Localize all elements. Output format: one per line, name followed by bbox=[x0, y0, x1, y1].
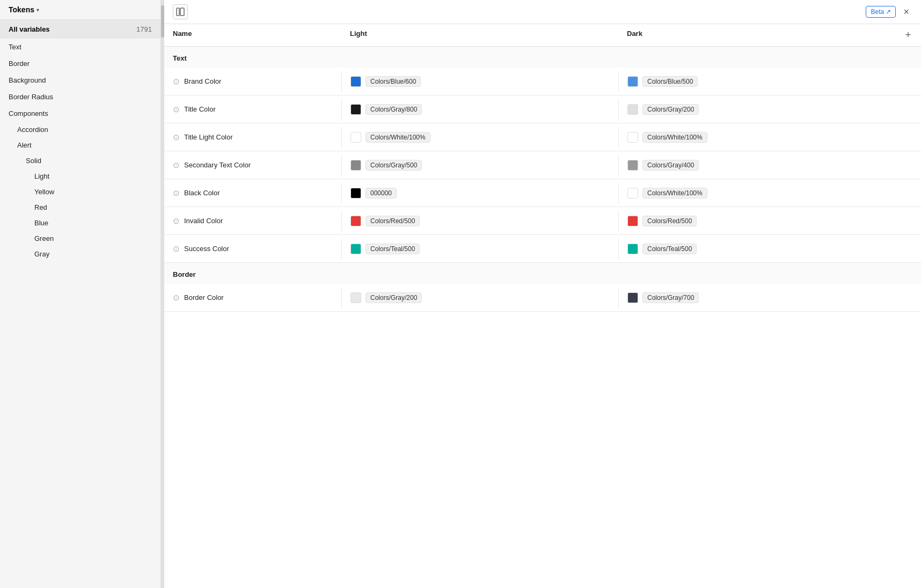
palette-icon: ⊙ bbox=[173, 133, 180, 142]
row-name: Title Light Color bbox=[184, 133, 233, 141]
row-name: Black Color bbox=[184, 189, 220, 197]
dark-value-cell[interactable]: Colors/Gray/700 bbox=[618, 287, 895, 308]
light-color-swatch bbox=[350, 76, 361, 87]
name-cell: ⊙ Secondary Text Color bbox=[164, 155, 341, 175]
main-content: Beta ↗ × Name Light Dark + Text ⊙ Brand … bbox=[164, 0, 921, 588]
light-value-cell[interactable]: Colors/White/100% bbox=[341, 127, 618, 148]
name-cell: ⊙ Brand Color bbox=[164, 71, 341, 92]
svg-rect-1 bbox=[180, 8, 184, 16]
palette-icon: ⊙ bbox=[173, 188, 180, 198]
table-row: ⊙ Border Color Colors/Gray/200Colors/Gra… bbox=[164, 284, 921, 312]
sidebar-item-yellow[interactable]: Yellow bbox=[0, 184, 160, 200]
light-value-chip: Colors/Teal/500 bbox=[366, 244, 420, 254]
sidebar-item-solid[interactable]: Solid bbox=[0, 153, 160, 168]
section-header-border: Border bbox=[164, 263, 921, 284]
dark-value-chip: Colors/Gray/400 bbox=[642, 160, 699, 171]
table-row: ⊙ Black Color 000000Colors/White/100% bbox=[164, 179, 921, 207]
table-row: ⊙ Title Light Color Colors/White/100%Col… bbox=[164, 123, 921, 151]
sidebar-header: Tokens ▾ bbox=[0, 0, 160, 20]
sidebar-item-red[interactable]: Red bbox=[0, 200, 160, 215]
palette-icon: ⊙ bbox=[173, 216, 180, 226]
dark-value-cell[interactable]: Colors/Gray/400 bbox=[618, 155, 895, 176]
light-color-swatch bbox=[350, 216, 361, 226]
light-color-swatch bbox=[350, 104, 361, 115]
dark-value-cell[interactable]: Colors/Red/500 bbox=[618, 210, 895, 232]
dark-color-swatch bbox=[627, 132, 638, 143]
dark-value-chip: Colors/Gray/200 bbox=[642, 104, 699, 115]
light-value-cell[interactable]: Colors/Teal/500 bbox=[341, 238, 618, 260]
table-area: Name Light Dark + Text ⊙ Brand Color Col… bbox=[164, 24, 921, 588]
light-value-cell[interactable]: Colors/Red/500 bbox=[341, 210, 618, 232]
dark-color-swatch bbox=[627, 188, 638, 199]
light-value-cell[interactable]: 000000 bbox=[341, 182, 618, 204]
palette-icon: ⊙ bbox=[173, 77, 180, 86]
dark-value-chip: Colors/Red/500 bbox=[642, 216, 697, 226]
light-value-cell[interactable]: Colors/Gray/800 bbox=[341, 99, 618, 120]
name-cell: ⊙ Title Light Color bbox=[164, 127, 341, 148]
dark-value-chip: Colors/Gray/700 bbox=[642, 292, 699, 303]
light-value-cell[interactable]: Colors/Gray/200 bbox=[341, 287, 618, 308]
dark-color-swatch bbox=[627, 244, 638, 254]
palette-icon: ⊙ bbox=[173, 293, 180, 303]
panel-toggle-icon[interactable] bbox=[173, 4, 188, 19]
chevron-down-icon: ▾ bbox=[36, 7, 39, 13]
light-value-chip: Colors/Gray/200 bbox=[366, 292, 422, 303]
dark-value-chip: Colors/Blue/500 bbox=[642, 76, 698, 87]
sidebar-item-blue[interactable]: Blue bbox=[0, 215, 160, 231]
light-color-swatch bbox=[350, 160, 361, 171]
sidebar-item-gray[interactable]: Gray bbox=[0, 246, 160, 262]
name-cell: ⊙ Border Color bbox=[164, 288, 341, 308]
sidebar-item-components[interactable]: Components bbox=[0, 105, 160, 122]
sidebar-item-border[interactable]: Border bbox=[0, 55, 160, 72]
light-value-chip: Colors/Red/500 bbox=[366, 216, 420, 226]
row-name: Secondary Text Color bbox=[184, 161, 251, 169]
light-value-chip: Colors/White/100% bbox=[366, 132, 430, 143]
all-variables-count: 1791 bbox=[136, 25, 152, 33]
dark-value-cell[interactable]: Colors/Teal/500 bbox=[618, 238, 895, 260]
table-row: ⊙ Invalid Color Colors/Red/500Colors/Red… bbox=[164, 207, 921, 235]
dark-value-chip: Colors/White/100% bbox=[642, 188, 707, 199]
light-value-chip: Colors/Gray/500 bbox=[366, 160, 422, 171]
sidebar-item-border-radius[interactable]: Border Radius bbox=[0, 89, 160, 105]
dark-value-cell[interactable]: Colors/White/100% bbox=[618, 182, 895, 204]
light-value-chip: Colors/Gray/800 bbox=[366, 104, 422, 115]
sidebar-title: Tokens bbox=[9, 5, 34, 14]
table-row: ⊙ Success Color Colors/Teal/500Colors/Te… bbox=[164, 235, 921, 263]
table-row: ⊙ Title Color Colors/Gray/800Colors/Gray… bbox=[164, 95, 921, 123]
sidebar-item-green[interactable]: Green bbox=[0, 231, 160, 246]
row-name: Border Color bbox=[184, 293, 224, 302]
add-column-button[interactable]: + bbox=[895, 24, 921, 46]
palette-icon: ⊙ bbox=[173, 105, 180, 114]
row-name: Invalid Color bbox=[184, 217, 223, 225]
dark-color-swatch bbox=[627, 216, 638, 226]
name-cell: ⊙ Invalid Color bbox=[164, 211, 341, 231]
sidebar-item-alert[interactable]: Alert bbox=[0, 137, 160, 153]
light-color-swatch bbox=[350, 244, 361, 254]
dark-color-swatch bbox=[627, 292, 638, 303]
dark-value-chip: Colors/Teal/500 bbox=[642, 244, 697, 254]
dark-value-chip: Colors/White/100% bbox=[642, 132, 707, 143]
light-value-cell[interactable]: Colors/Blue/600 bbox=[341, 71, 618, 92]
sidebar-item-background[interactable]: Background bbox=[0, 72, 160, 89]
close-button[interactable]: × bbox=[900, 5, 912, 19]
light-value-cell[interactable]: Colors/Gray/500 bbox=[341, 155, 618, 176]
toolbar: Beta ↗ × bbox=[164, 0, 921, 24]
col-header-light: Light bbox=[341, 24, 618, 46]
light-color-swatch bbox=[350, 292, 361, 303]
sidebar-item-text[interactable]: Text bbox=[0, 39, 160, 55]
svg-rect-0 bbox=[177, 8, 179, 16]
dark-value-cell[interactable]: Colors/White/100% bbox=[618, 127, 895, 148]
row-name: Success Color bbox=[184, 245, 229, 253]
dark-value-cell[interactable]: Colors/Gray/200 bbox=[618, 99, 895, 120]
column-headers: Name Light Dark + bbox=[164, 24, 921, 47]
row-name: Title Color bbox=[184, 105, 216, 113]
sidebar-item-light[interactable]: Light bbox=[0, 168, 160, 184]
dark-value-cell[interactable]: Colors/Blue/500 bbox=[618, 71, 895, 92]
beta-button[interactable]: Beta ↗ bbox=[866, 6, 896, 18]
sidebar-item-accordion[interactable]: Accordion bbox=[0, 122, 160, 137]
light-color-swatch bbox=[350, 188, 361, 199]
name-cell: ⊙ Success Color bbox=[164, 239, 341, 259]
all-variables-row[interactable]: All variables 1791 bbox=[0, 20, 160, 39]
dark-color-swatch bbox=[627, 76, 638, 87]
name-cell: ⊙ Black Color bbox=[164, 183, 341, 203]
